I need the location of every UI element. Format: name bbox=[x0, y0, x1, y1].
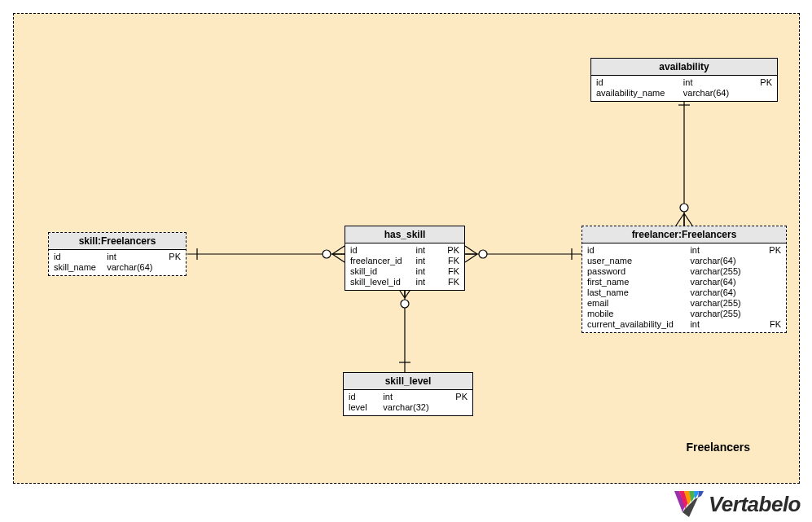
entity-availability[interactable]: availability id int PK availability_name… bbox=[590, 58, 778, 102]
entity-title: skill:Freelancers bbox=[49, 233, 186, 250]
column-name: last_name bbox=[587, 287, 683, 297]
column-mark: PK bbox=[164, 252, 181, 261]
column-name: skill_name bbox=[54, 262, 100, 272]
svg-line-14 bbox=[332, 246, 345, 254]
column-type: int bbox=[416, 245, 433, 255]
column-type: varchar(64) bbox=[690, 256, 751, 265]
column-name: id bbox=[350, 245, 410, 255]
column-name: skill_id bbox=[350, 266, 410, 276]
column-name: id bbox=[54, 252, 100, 261]
svg-point-17 bbox=[323, 250, 331, 258]
column-type: varchar(64) bbox=[690, 287, 751, 297]
column-name: skill_level_id bbox=[350, 277, 410, 287]
column-mark: FK bbox=[439, 266, 459, 276]
svg-point-11 bbox=[479, 250, 487, 258]
svg-line-2 bbox=[676, 213, 684, 226]
column-type: varchar(64) bbox=[683, 88, 741, 98]
column-type: int bbox=[416, 277, 433, 287]
entity-skill[interactable]: skill:Freelancers id int PK skill_name v… bbox=[48, 232, 187, 276]
column-mark bbox=[757, 287, 781, 297]
region-label: Freelancers bbox=[686, 441, 750, 454]
column-name: id bbox=[587, 245, 683, 255]
svg-line-9 bbox=[465, 254, 477, 262]
entity-has-skill[interactable]: has_skill id int PK freelancer_id int FK… bbox=[345, 226, 465, 291]
svg-marker-29 bbox=[698, 491, 704, 498]
column-type: int bbox=[690, 245, 751, 255]
column-type: varchar(255) bbox=[690, 266, 751, 276]
vertabelo-logo-text: Vertabelo bbox=[709, 492, 801, 517]
column-name: freelancer_id bbox=[350, 256, 410, 265]
entity-title: freelancer:Freelancers bbox=[582, 226, 786, 243]
column-name: level bbox=[349, 402, 376, 412]
column-name: availability_name bbox=[596, 88, 677, 98]
erd-canvas: availability id int PK availability_name… bbox=[13, 13, 800, 484]
column-type: varchar(64) bbox=[690, 277, 751, 287]
column-name: email bbox=[587, 298, 683, 308]
column-name: user_name bbox=[587, 256, 683, 265]
column-mark bbox=[757, 266, 781, 276]
vertabelo-logo: Vertabelo bbox=[674, 491, 801, 517]
column-type: int bbox=[383, 392, 438, 401]
column-type: int bbox=[683, 77, 741, 87]
svg-line-3 bbox=[684, 213, 692, 226]
column-type: int bbox=[690, 319, 751, 329]
column-name: first_name bbox=[587, 277, 683, 287]
column-mark: PK bbox=[439, 245, 459, 255]
column-type: varchar(255) bbox=[690, 309, 751, 318]
column-mark bbox=[164, 262, 181, 272]
column-name: password bbox=[587, 266, 683, 276]
svg-marker-28 bbox=[694, 491, 699, 499]
entity-title: availability bbox=[591, 59, 777, 76]
column-mark: FK bbox=[439, 256, 459, 265]
svg-point-23 bbox=[401, 300, 409, 308]
column-mark: PK bbox=[757, 245, 781, 255]
entity-skill-level[interactable]: skill_level id int PK level varchar(32) bbox=[343, 372, 473, 416]
column-mark bbox=[445, 402, 467, 412]
column-name: id bbox=[596, 77, 677, 87]
column-type: int bbox=[416, 256, 433, 265]
entity-title: skill_level bbox=[344, 373, 472, 390]
column-name: mobile bbox=[587, 309, 683, 318]
entity-freelancer[interactable]: freelancer:Freelancers id int PK user_na… bbox=[582, 226, 787, 333]
column-mark bbox=[748, 88, 772, 98]
column-mark: PK bbox=[445, 392, 467, 401]
column-type: varchar(32) bbox=[383, 402, 438, 412]
column-mark bbox=[757, 309, 781, 318]
svg-line-15 bbox=[332, 254, 345, 262]
column-mark bbox=[757, 298, 781, 308]
column-mark: PK bbox=[748, 77, 772, 87]
column-mark bbox=[757, 277, 781, 287]
entity-title: has_skill bbox=[345, 226, 464, 243]
vertabelo-logo-icon bbox=[674, 491, 704, 517]
column-name: current_availability_id bbox=[587, 319, 683, 329]
column-type: varchar(64) bbox=[107, 262, 157, 272]
column-type: int bbox=[107, 252, 157, 261]
svg-line-8 bbox=[465, 246, 477, 254]
column-type: int bbox=[416, 266, 433, 276]
svg-point-5 bbox=[680, 204, 688, 212]
column-name: id bbox=[349, 392, 376, 401]
column-mark bbox=[757, 256, 781, 265]
column-mark: FK bbox=[757, 319, 781, 329]
column-mark: FK bbox=[439, 277, 459, 287]
column-type: varchar(255) bbox=[690, 298, 751, 308]
